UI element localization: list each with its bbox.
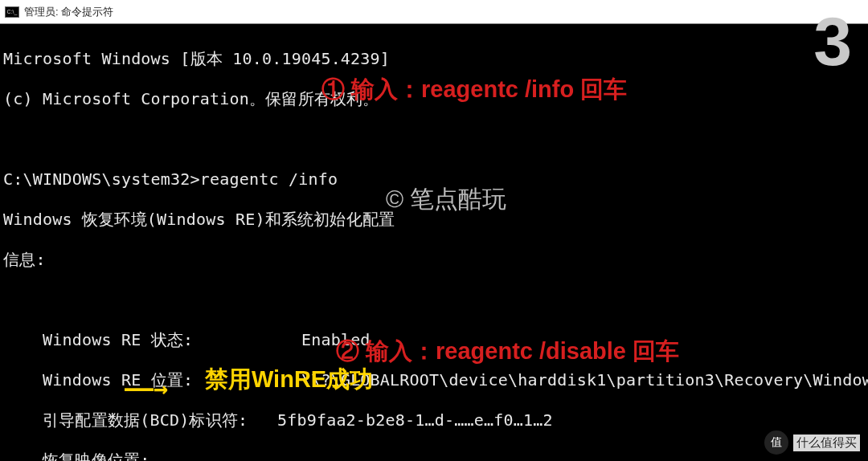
terminal-line: Windows RE 位置: \\?\GLOBALROOT\device\har… <box>3 370 865 390</box>
terminal-line: Microsoft Windows [版本 10.0.19045.4239] <box>3 49 865 69</box>
window-title-bar[interactable]: 管理员: 命令提示符 <box>0 0 868 24</box>
window-title: 管理员: 命令提示符 <box>24 5 113 19</box>
terminal-line: Windows RE 状态: Enabled <box>3 330 865 350</box>
cmd-icon <box>5 6 19 18</box>
terminal-line <box>3 290 865 310</box>
terminal-line: (c) Microsoft Corporation。保留所有权利。 <box>3 89 865 109</box>
prompt: C:\WINDOWS\system32> <box>3 169 200 189</box>
terminal-line: C:\WINDOWS\system32>reagentc /info <box>3 169 865 190</box>
terminal-line: 信息: <box>3 250 865 270</box>
terminal-line: 恢复映像位置: <box>3 451 865 461</box>
terminal-line: Windows 恢复环境(Windows RE)和系统初始化配置 <box>3 210 865 230</box>
terminal-area[interactable]: Microsoft Windows [版本 10.0.19045.4239] (… <box>0 24 868 461</box>
command: reagentc /info <box>200 169 338 189</box>
terminal-line: 引导配置数据(BCD)标识符: 5fb9faa2-b2e8-1…d-……e…f0… <box>3 410 865 430</box>
terminal-line <box>3 129 865 149</box>
